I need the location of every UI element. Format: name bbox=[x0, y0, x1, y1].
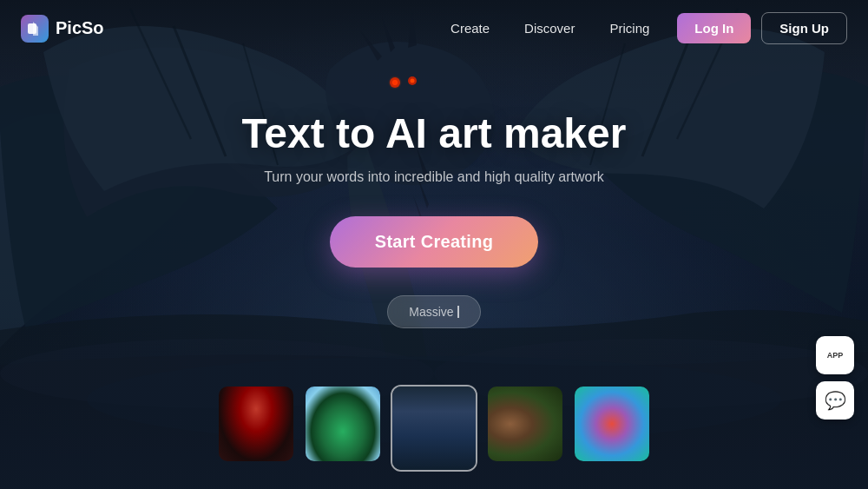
chat-icon: 💬 bbox=[825, 390, 846, 411]
start-creating-button[interactable]: Start Creating bbox=[330, 216, 538, 268]
gallery-thumb-4[interactable] bbox=[486, 385, 564, 463]
login-button[interactable]: Log In bbox=[677, 13, 751, 43]
gallery-thumb-5[interactable] bbox=[573, 385, 651, 463]
nav-links: Create Discover Pricing Log In Sign Up bbox=[437, 12, 847, 44]
chat-button[interactable]: 💬 bbox=[816, 381, 854, 420]
search-pill[interactable]: Massive bbox=[387, 295, 480, 328]
search-area: Massive bbox=[387, 295, 480, 328]
navbar: PicSo Create Discover Pricing Log In Sig… bbox=[0, 0, 868, 56]
signup-button[interactable]: Sign Up bbox=[761, 12, 847, 44]
logo-name: PicSo bbox=[56, 18, 104, 38]
search-text: Massive bbox=[409, 305, 453, 319]
thumb-image-5 bbox=[575, 387, 649, 461]
app-button[interactable]: APP bbox=[816, 336, 854, 374]
logo[interactable]: PicSo bbox=[21, 15, 104, 43]
thumb-image-3 bbox=[392, 387, 476, 470]
logo-icon bbox=[21, 15, 49, 43]
nav-create[interactable]: Create bbox=[437, 14, 503, 43]
text-cursor bbox=[457, 306, 459, 318]
gallery-thumb-1[interactable] bbox=[217, 385, 295, 463]
thumb-image-4 bbox=[488, 387, 562, 461]
nav-discover[interactable]: Discover bbox=[510, 14, 589, 43]
gallery bbox=[217, 385, 651, 472]
thumb-image-2 bbox=[306, 387, 380, 461]
nav-pricing[interactable]: Pricing bbox=[595, 14, 663, 43]
hero-title: Text to AI art maker bbox=[242, 109, 627, 157]
side-buttons: APP 💬 bbox=[816, 336, 854, 420]
gallery-thumb-2[interactable] bbox=[304, 385, 382, 463]
hero-subtitle: Turn your words into incredible and high… bbox=[264, 169, 604, 185]
app-label: APP bbox=[827, 351, 844, 360]
thumb-image-1 bbox=[219, 387, 293, 461]
gallery-thumb-3[interactable] bbox=[391, 385, 477, 472]
